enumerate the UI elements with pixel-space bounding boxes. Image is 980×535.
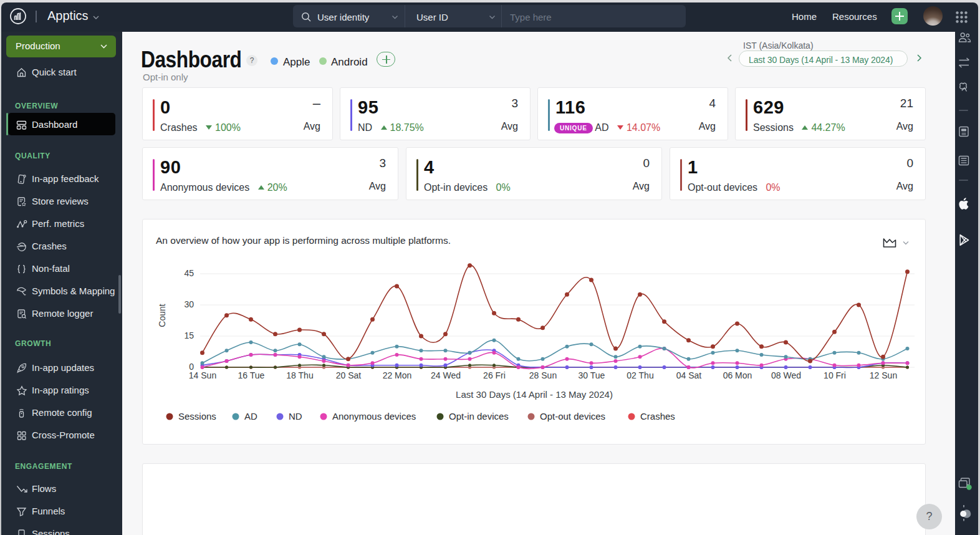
svg-text:Anonymous devices: Anonymous devices (332, 411, 416, 422)
svg-text:Last 30 Days (14 April - 13 Ma: Last 30 Days (14 April - 13 May 2024) (456, 389, 613, 400)
svg-text:30: 30 (184, 299, 194, 309)
svg-text:10 Fri: 10 Fri (824, 370, 846, 380)
svg-text:ND: ND (289, 411, 302, 422)
svg-text:16 Tue: 16 Tue (238, 370, 265, 380)
svg-text:Opt-out devices: Opt-out devices (540, 411, 605, 422)
svg-text:Count: Count (157, 304, 167, 327)
svg-text:AD: AD (244, 411, 257, 422)
svg-text:02 Thu: 02 Thu (627, 370, 653, 380)
svg-text:28 Sun: 28 Sun (529, 370, 557, 380)
svg-text:26 Fri: 26 Fri (483, 370, 506, 380)
svg-text:Sessions: Sessions (178, 411, 216, 422)
svg-text:Crashes: Crashes (640, 411, 675, 422)
svg-text:22 Mon: 22 Mon (383, 370, 412, 380)
svg-text:30 Tue: 30 Tue (579, 370, 605, 380)
svg-text:45: 45 (184, 268, 194, 278)
svg-text:14 Sun: 14 Sun (189, 370, 216, 380)
svg-text:24 Wed: 24 Wed (431, 370, 461, 380)
svg-text:18 Thu: 18 Thu (286, 370, 313, 380)
svg-text:20 Sat: 20 Sat (336, 370, 362, 380)
svg-text:08 Wed: 08 Wed (771, 370, 801, 380)
svg-text:15: 15 (184, 330, 194, 340)
svg-text:06 Mon: 06 Mon (723, 370, 752, 380)
svg-text:12 Sun: 12 Sun (870, 370, 897, 380)
svg-text:04 Sat: 04 Sat (676, 370, 702, 380)
svg-text:Opt-in devices: Opt-in devices (449, 411, 509, 422)
